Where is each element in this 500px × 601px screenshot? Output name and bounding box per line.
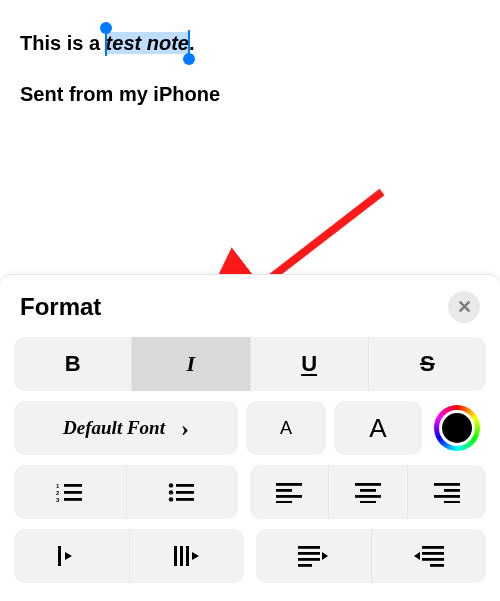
strikethrough-button[interactable]: S: [368, 337, 486, 391]
decrease-indent-icon: [298, 544, 328, 568]
numbered-list-icon: 1 2 3: [56, 481, 84, 503]
svg-rect-16: [276, 501, 292, 503]
svg-rect-33: [422, 546, 444, 549]
svg-rect-15: [276, 495, 302, 498]
svg-rect-14: [276, 489, 292, 492]
decrease-font-size-button[interactable]: A: [246, 401, 326, 455]
svg-rect-6: [64, 498, 82, 501]
svg-rect-21: [434, 483, 460, 486]
align-left-button[interactable]: [250, 465, 328, 519]
italic-button[interactable]: I: [131, 337, 249, 391]
bulleted-list-button[interactable]: [126, 465, 239, 519]
svg-point-8: [169, 490, 173, 494]
note-line-2[interactable]: Sent from my iPhone: [20, 83, 480, 106]
bold-button[interactable]: B: [14, 337, 131, 391]
svg-rect-34: [422, 552, 444, 555]
svg-rect-32: [298, 564, 312, 567]
indent-button[interactable]: [129, 529, 245, 583]
note-content[interactable]: This is a test note. Sent from my iPhone: [0, 0, 500, 106]
panel-title: Format: [20, 293, 101, 321]
text-before-selection: This is a: [20, 32, 106, 54]
increase-indent-button[interactable]: [371, 529, 487, 583]
svg-rect-35: [422, 558, 444, 561]
text-color-button[interactable]: [430, 401, 484, 455]
selection-handle-end[interactable]: [183, 53, 195, 65]
svg-text:1: 1: [56, 483, 60, 489]
svg-rect-23: [434, 495, 460, 498]
indent-row: [14, 529, 486, 583]
chevron-right-icon: ›: [181, 415, 189, 442]
indent-icon: [172, 544, 202, 568]
svg-rect-26: [174, 546, 177, 566]
note-line-1[interactable]: This is a test note.: [20, 32, 480, 55]
format-panel: Format ✕ B I U S Default Font › A A 1 2: [0, 274, 500, 601]
panel-header: Format ✕: [14, 275, 486, 337]
selection-handle-start[interactable]: [100, 22, 112, 34]
increase-indent-icon: [414, 544, 444, 568]
bulleted-list-icon: [168, 481, 196, 503]
svg-rect-10: [176, 484, 194, 487]
svg-rect-11: [176, 491, 194, 494]
align-center-icon: [355, 481, 381, 503]
align-left-icon: [276, 481, 302, 503]
svg-point-9: [169, 497, 173, 501]
svg-rect-27: [180, 546, 183, 566]
font-row: Default Font › A A: [14, 401, 486, 455]
outdent-icon: [58, 544, 84, 568]
svg-rect-17: [355, 483, 381, 486]
svg-rect-24: [444, 501, 460, 503]
text-style-row: B I U S: [14, 337, 486, 391]
svg-rect-20: [360, 501, 376, 503]
svg-rect-25: [58, 546, 61, 566]
svg-rect-22: [444, 489, 460, 492]
svg-rect-18: [360, 489, 376, 492]
svg-rect-4: [64, 484, 82, 487]
svg-rect-19: [355, 495, 381, 498]
font-name-label: Default Font: [63, 417, 165, 439]
close-button[interactable]: ✕: [448, 291, 480, 323]
svg-rect-29: [298, 546, 320, 549]
svg-rect-12: [176, 498, 194, 501]
outdent-button[interactable]: [14, 529, 129, 583]
svg-rect-36: [430, 564, 444, 567]
underline-button[interactable]: U: [250, 337, 368, 391]
svg-rect-31: [298, 558, 320, 561]
text-selection[interactable]: test note: [106, 32, 189, 55]
increase-font-size-button[interactable]: A: [334, 401, 422, 455]
list-align-row: 1 2 3: [14, 465, 486, 519]
align-right-button[interactable]: [407, 465, 486, 519]
font-picker-button[interactable]: Default Font ›: [14, 401, 238, 455]
svg-point-7: [169, 483, 173, 487]
svg-rect-13: [276, 483, 302, 486]
color-wheel-icon: [434, 405, 480, 451]
close-icon: ✕: [457, 296, 472, 318]
svg-rect-28: [186, 546, 189, 566]
align-right-icon: [434, 481, 460, 503]
svg-text:2: 2: [56, 490, 60, 496]
decrease-indent-button[interactable]: [256, 529, 371, 583]
align-center-button[interactable]: [328, 465, 407, 519]
numbered-list-button[interactable]: 1 2 3: [14, 465, 126, 519]
svg-text:3: 3: [56, 497, 60, 503]
svg-rect-30: [298, 552, 320, 555]
svg-rect-5: [64, 491, 82, 494]
